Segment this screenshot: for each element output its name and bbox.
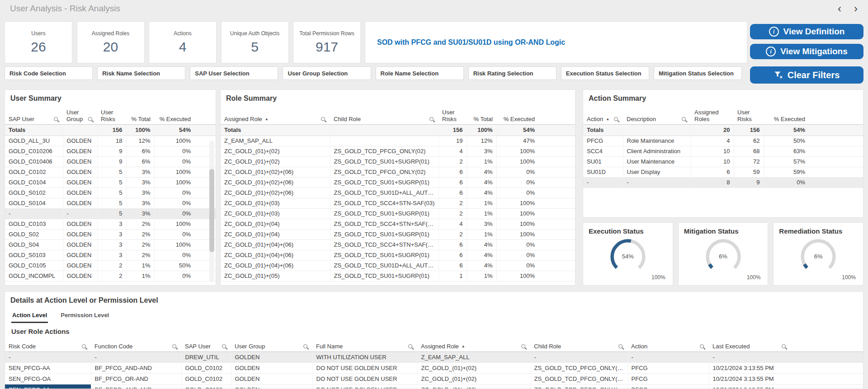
cell-full-name[interactable]: DO NOT USE GOLDEN USER [312, 384, 417, 389]
column-header[interactable]: % Total ▲ [467, 105, 496, 124]
column-header[interactable]: Assigned Role ▲ [221, 105, 330, 124]
cell-user-group[interactable]: GOLDEN [63, 156, 97, 167]
cell-pct-executed[interactable]: 0% [154, 229, 216, 239]
cell-user-group[interactable]: GOLDEN [231, 384, 312, 389]
cell-user-risks[interactable]: 6 [439, 167, 467, 177]
cell-sap-user[interactable]: GOLD_S02 [5, 229, 63, 239]
next-sheet-button[interactable]: › [849, 1, 863, 16]
cell-user-group[interactable]: GOLDEN [231, 373, 312, 384]
cell-user-risks[interactable]: 59 [734, 167, 764, 177]
column-header[interactable]: % Executed ▲ [496, 105, 575, 124]
cell-action[interactable]: PFCG [627, 373, 709, 384]
cell-pct-total[interactable]: 6% [126, 146, 154, 156]
cell-last-executed[interactable]: - [709, 352, 863, 362]
column-header[interactable]: % Executed ▲ [154, 105, 216, 124]
tab[interactable]: Action Level [11, 310, 48, 323]
column-header[interactable]: Assigned Role ▲ [417, 339, 530, 352]
cell-sap-user[interactable]: - [5, 208, 63, 219]
search-icon[interactable] [81, 344, 87, 350]
cell-pct-executed[interactable]: 0% [154, 146, 216, 156]
column-header[interactable]: Risk Code ▲ [5, 339, 91, 352]
cell-pct-total[interactable]: 3% [126, 187, 154, 198]
cell-pct-executed[interactable]: 0% [154, 187, 216, 198]
cell-sap-user[interactable]: GOLD_C010406 [5, 156, 63, 167]
cell-child-role[interactable]: ZS_GOLD_TCD_SU01+SUGRP(01) [330, 250, 439, 260]
cell-user-risks[interactable]: 62 [734, 136, 764, 146]
cell-pct-total[interactable]: 3% [126, 167, 154, 177]
cell-pct-total[interactable]: 4% [467, 187, 496, 198]
cell-action[interactable]: - [627, 352, 709, 362]
cell-pct-total[interactable]: 3% [467, 219, 496, 229]
cell-assigned-roles[interactable]: 6 [691, 167, 734, 177]
cell-assigned-roles[interactable]: 10 [691, 156, 734, 167]
cell-child-role[interactable]: ZS_GOLD_TCD_SCC4+STN+SAF(04) [330, 239, 439, 250]
cell-user-risks[interactable]: 2 [439, 229, 467, 239]
filter-box[interactable]: Risk Name Selection [97, 66, 185, 80]
cell-description[interactable]: User Display [623, 167, 691, 177]
cell-sap-user[interactable]: GOLD_INCOMPL [5, 271, 63, 281]
cell-pct-executed[interactable]: 59% [764, 167, 863, 177]
cell-assigned-role[interactable]: ZC_GOLD_(01)+(03) [221, 198, 330, 208]
cell-user-risks[interactable]: 68 [734, 146, 764, 156]
cell-user-risks[interactable]: 2 [439, 198, 467, 208]
prev-sheet-button[interactable]: ‹ [833, 1, 846, 16]
cell-assigned-role[interactable]: ZC_GOLD_(01)+(04)+(06) [221, 260, 330, 271]
cell-sap-user[interactable]: GOLD_S0103 [5, 250, 63, 260]
cell-child-role[interactable] [330, 136, 439, 146]
tab[interactable]: Permission Level [60, 310, 110, 323]
cell-pct-executed[interactable]: 100% [496, 219, 575, 229]
cell-pct-total[interactable]: 6% [126, 156, 154, 167]
cell-pct-executed[interactable]: 0% [154, 198, 216, 208]
cell-assigned-role[interactable]: ZC_GOLD_(01)+(02) [221, 156, 330, 167]
cell-last-executed[interactable]: 10/21/2024 3:13:55 PM [709, 362, 863, 373]
cell-pct-executed[interactable]: 0% [154, 271, 216, 281]
column-header[interactable]: User Risks ▲ [734, 105, 764, 124]
cell-pct-executed[interactable]: 100% [496, 208, 575, 219]
search-icon[interactable] [408, 344, 414, 350]
cell-pct-executed[interactable]: 0% [496, 167, 575, 177]
column-header[interactable]: Full Name ▲ [312, 339, 417, 352]
cell-user-risks[interactable]: 6 [439, 250, 467, 260]
cell-child-role[interactable]: ZS_GOLD_TCD_SU01+SUGRP(01) [330, 271, 439, 281]
cell-user-risks[interactable]: 5 [97, 187, 126, 198]
cell-user-group[interactable]: - [63, 208, 97, 219]
cell-user-risks[interactable]: 19 [439, 136, 467, 146]
cell-pct-total[interactable]: 12% [126, 136, 154, 146]
cell-pct-executed[interactable]: 0% [154, 250, 216, 260]
cell-pct-total[interactable]: 1% [467, 198, 496, 208]
cell-pct-total[interactable]: 4% [467, 177, 496, 187]
cell-sap-user[interactable]: GOLD_C0105 [5, 260, 63, 271]
cell-pct-total[interactable]: 3% [126, 198, 154, 208]
cell-action[interactable]: SU01D [583, 167, 623, 177]
column-header[interactable]: % Executed ▲ [764, 105, 863, 124]
filter-box[interactable]: Mitigation Status Selection [654, 66, 742, 80]
cell-assigned-role[interactable]: Z_EAM_SAP_ALL [417, 352, 530, 362]
cell-pct-total[interactable]: 4% [467, 167, 496, 177]
search-icon[interactable] [172, 344, 178, 350]
cell-action[interactable]: - [583, 177, 623, 187]
cell-assigned-roles[interactable]: 10 [691, 146, 734, 156]
cell-sap-user[interactable]: GOLD_C010206 [5, 146, 63, 156]
search-icon[interactable] [303, 344, 309, 350]
vertical-scrollbar[interactable] [209, 141, 214, 282]
cell-user-risks[interactable]: 3 [97, 219, 126, 229]
cell-user-risks[interactable]: 5 [97, 198, 126, 208]
cell-user-risks[interactable]: 4 [439, 146, 467, 156]
cell-pct-executed[interactable]: 100% [154, 167, 216, 177]
cell-pct-executed[interactable]: 0% [154, 208, 216, 219]
cell-action[interactable]: SU01 [583, 156, 623, 167]
view-definition-button[interactable]: i View Definition [750, 24, 863, 39]
view-mitigations-button[interactable]: i View Mitigations [750, 44, 863, 59]
cell-pct-total[interactable]: 1% [467, 271, 496, 281]
column-header[interactable]: Assigned Roles ▲ [691, 105, 734, 124]
cell-assigned-role[interactable]: ZC_GOLD_(01)+(03) [221, 208, 330, 219]
cell-function-code[interactable]: BF_PFCG_OR-AND [91, 373, 181, 384]
cell-description[interactable]: - [623, 177, 691, 187]
cell-user-group[interactable]: GOLDEN [63, 177, 97, 187]
search-icon[interactable] [681, 117, 687, 122]
cell-pct-total[interactable]: 4% [467, 260, 496, 271]
column-header[interactable]: Function Code ▲ [91, 339, 181, 352]
cell-pct-executed[interactable]: 100% [154, 239, 216, 250]
cell-assigned-role[interactable]: ZC_GOLD_(01)+(02)+(06) [221, 167, 330, 177]
cell-pct-total[interactable]: 3% [126, 177, 154, 187]
